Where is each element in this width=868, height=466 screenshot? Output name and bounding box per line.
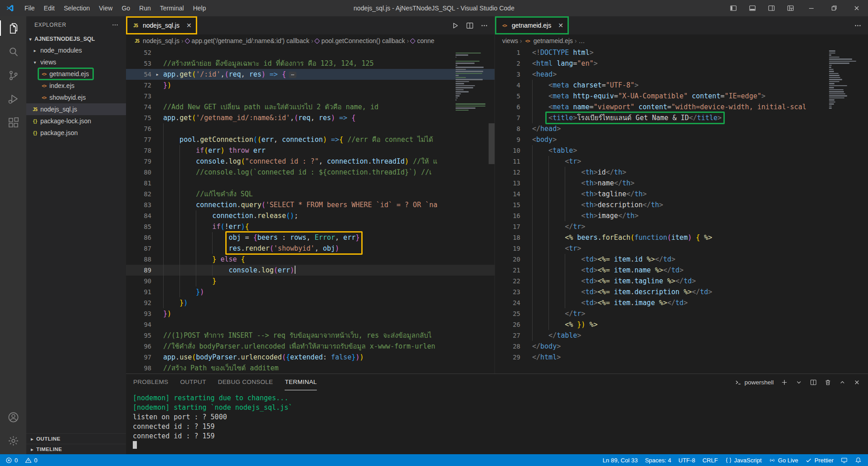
breadcrumb-item[interactable]: app.get('/getname_id/:name&:id') callbac…	[185, 37, 310, 44]
line-number[interactable]: 15	[495, 199, 520, 210]
status-encoding[interactable]: UTF-8	[675, 454, 699, 466]
code-line[interactable]: 94	[126, 319, 495, 330]
line-number[interactable]: 21	[495, 265, 520, 276]
line-number[interactable]: 90	[126, 276, 151, 286]
tree-item-package-json[interactable]: {}package.json	[26, 127, 126, 139]
line-number[interactable]: 14	[495, 189, 520, 199]
line-number[interactable]: 53	[126, 58, 151, 69]
code-line[interactable]: 11<tr>	[495, 156, 868, 167]
line-number[interactable]: 78	[126, 145, 151, 156]
line-number[interactable]: 86	[126, 232, 151, 243]
code-line[interactable]: 28</body>	[495, 341, 868, 352]
code-line[interactable]: 10<table>	[495, 145, 868, 156]
line-number[interactable]: 91	[126, 286, 151, 297]
breadcrumb-item[interactable]: views	[502, 37, 518, 44]
code-line[interactable]: 20<td><%= item.id %></td>	[495, 254, 868, 265]
terminal-output[interactable]: [nodemon] restarting due to changes...[n…	[126, 390, 868, 454]
line-number[interactable]: 20	[495, 254, 520, 265]
menu-terminal[interactable]: Terminal	[155, 0, 189, 16]
activity-extensions[interactable]	[0, 111, 26, 134]
line-number[interactable]: 75	[126, 112, 151, 123]
line-number[interactable]: 76	[126, 123, 151, 134]
line-number[interactable]: 19	[495, 243, 520, 254]
code-editor-right[interactable]: 1<!DOCTYPE html>2<html lang="en">3<head>…	[495, 47, 868, 374]
line-number[interactable]: 23	[495, 286, 520, 297]
code-line[interactable]: 19<tr>	[495, 243, 868, 254]
code-line[interactable]: 52	[126, 47, 495, 58]
split-terminal-button[interactable]	[807, 376, 819, 388]
tree-item-views[interactable]: ▾views	[26, 56, 126, 68]
code-line[interactable]: 87res.render('showbyid', obj)	[126, 243, 495, 254]
sidebar-section-outline[interactable]: ▸OUTLINE	[26, 433, 126, 444]
code-line[interactable]: 17</tr>	[495, 221, 868, 232]
line-number[interactable]: 79	[126, 156, 151, 167]
panel-tab-problems[interactable]: PROBLEMS	[133, 374, 168, 390]
line-number[interactable]: 94	[126, 319, 151, 330]
line-number[interactable]: 72	[126, 80, 151, 91]
menu-run[interactable]: Run	[135, 0, 155, 16]
code-line[interactable]: 85if(!err){	[126, 221, 495, 232]
code-line[interactable]: 77pool.getConnection((err, connection) =…	[126, 134, 495, 145]
activity-account[interactable]	[0, 405, 26, 429]
code-line[interactable]: 8</head>	[495, 123, 868, 134]
minimize-button[interactable]	[800, 0, 823, 16]
breadcrumb-item[interactable]: JSnodejs_sql.js	[133, 37, 179, 44]
tree-item-getnameid-ejs[interactable]: <>getnameid.ejs	[26, 68, 126, 80]
code-editor-left[interactable]: 5253//สร้างหน้าย่อย ดึงข้อมูลเฉพาะ id ที…	[126, 47, 495, 374]
code-line[interactable]: 26<% }) %>	[495, 319, 868, 330]
line-number[interactable]: 8	[495, 123, 520, 134]
code-line[interactable]: 82//แก้ไขคำสั่ง SQL	[126, 189, 495, 199]
code-line[interactable]: 22<td><%= item.tagline %></td>	[495, 276, 868, 286]
code-line[interactable]: 80//console.log(`connected id : ${connec…	[126, 167, 495, 178]
code-line[interactable]: 97app.use(bodyParser.urlencoded({extende…	[126, 352, 495, 363]
line-number[interactable]: 18	[495, 232, 520, 243]
code-line[interactable]: 78if(err) throw err	[126, 145, 495, 156]
code-line[interactable]: 3<head>	[495, 69, 868, 80]
code-line[interactable]: 4<meta charset="UTF-8">	[495, 80, 868, 91]
status-prettier[interactable]: Prettier	[802, 454, 837, 466]
code-line[interactable]: 92})	[126, 297, 495, 308]
status-eol[interactable]: CRLF	[699, 454, 722, 466]
menu-selection[interactable]: Selection	[59, 0, 95, 16]
code-line[interactable]: 96//ใช้คำสั่ง bodyParser.urlencoded เพื่…	[126, 341, 495, 352]
fold-chevron-icon[interactable]: ▸	[151, 69, 163, 80]
code-line[interactable]: 73	[126, 91, 495, 102]
kill-terminal-button[interactable]	[822, 376, 834, 388]
status-notifications[interactable]	[851, 454, 865, 466]
line-number[interactable]: 6	[495, 102, 520, 112]
code-line[interactable]: 54▸app.get('/:id',(req, res) => {⋯	[126, 69, 495, 80]
line-number[interactable]: 77	[126, 134, 151, 145]
code-line[interactable]: 2<html lang="en">	[495, 58, 868, 69]
status-cursor-position[interactable]: Ln 89, Col 33	[599, 454, 641, 466]
line-number[interactable]: 80	[126, 167, 151, 178]
menu-help[interactable]: Help	[189, 0, 211, 16]
line-number[interactable]: 83	[126, 199, 151, 210]
code-line[interactable]: 98//สร้าง Path ของเว็บไซต์ additem	[126, 363, 495, 374]
line-number[interactable]: 98	[126, 363, 151, 374]
sidebar-more-actions-icon[interactable]	[112, 21, 119, 29]
line-number[interactable]: 52	[126, 47, 151, 58]
breadcrumb-item[interactable]: pool.getConnection() callback	[315, 37, 405, 44]
status-language-mode[interactable]: JavaScript	[722, 454, 766, 466]
breadcrumb-item[interactable]: conne	[411, 37, 434, 44]
menu-go[interactable]: Go	[117, 0, 135, 16]
line-number[interactable]: 97	[126, 352, 151, 363]
code-line[interactable]: 14<th>tagline</th>	[495, 189, 868, 199]
code-line[interactable]: 29</html>	[495, 352, 868, 363]
line-number[interactable]: 93	[126, 308, 151, 319]
line-number[interactable]: 89	[126, 265, 151, 276]
activity-source-control[interactable]	[0, 63, 26, 87]
tree-item-node_modules[interactable]: ▸node_modules	[26, 44, 126, 56]
code-line[interactable]: 13<th>name</th>	[495, 178, 868, 189]
status-problems-errors[interactable]: 0	[2, 454, 21, 466]
code-line[interactable]: 6<meta name="viewport" content="width=de…	[495, 102, 868, 112]
panel-tab-terminal[interactable]: TERMINAL	[285, 374, 317, 390]
menu-file[interactable]: File	[20, 0, 39, 16]
line-number[interactable]: 25	[495, 308, 520, 319]
menu-edit[interactable]: Edit	[39, 0, 59, 16]
panel-tab-debug-console[interactable]: DEBUG CONSOLE	[218, 374, 273, 390]
code-line[interactable]: 5<meta http-equiv="X-UA-Compatible" cont…	[495, 91, 868, 102]
line-number[interactable]: 26	[495, 319, 520, 330]
status-problems-warnings[interactable]: 0	[21, 454, 41, 466]
code-line[interactable]: 21<td><%= item.name %></td>	[495, 265, 868, 276]
